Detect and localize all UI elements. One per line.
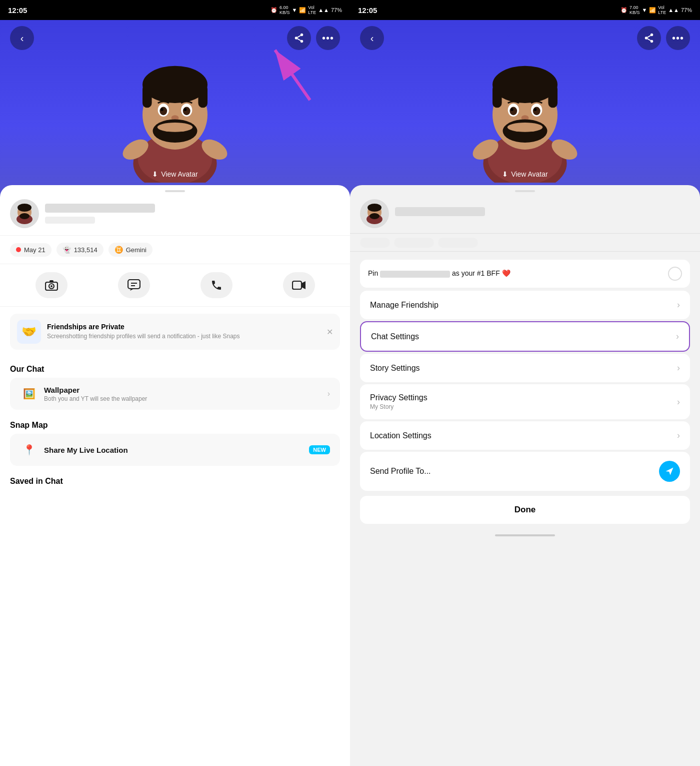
svg-point-16 [160,107,167,116]
svg-point-11 [142,66,208,103]
right-sheet-handle [515,190,535,192]
chat-settings-item[interactable]: Chat Settings › [360,321,690,352]
svg-point-0 [300,34,304,37]
left-action-btns [0,264,350,307]
pin-toggle[interactable] [668,267,682,281]
right-status-bar: 12:05 ⏰ 7.00KB/S ▼ 📶 VolLTE ▲▲ 77% [350,0,700,20]
svg-line-24 [275,50,310,100]
left-time: 12:05 [8,6,27,15]
profile-name-blurred [45,204,155,213]
svg-line-42 [648,36,650,38]
stat-date: May 21 [10,243,52,257]
right-profile-header-partial [350,199,700,234]
svg-point-18 [160,108,164,111]
svg-point-39 [645,37,648,40]
stat-zodiac: ♊ Gemini [108,243,152,257]
share-location-item[interactable]: 📍 Share My Live Location NEW [10,434,340,466]
right-profile-name-blurred [395,207,485,216]
right-phone-panel: 12:05 ⏰ 7.00KB/S ▼ 📶 VolLTE ▲▲ 77% ‹ ••• [350,0,700,766]
svg-point-62 [368,204,382,212]
left-profile-header [0,199,350,236]
wallpaper-item[interactable]: 🖼️ Wallpaper Both you and YT will see th… [10,378,340,410]
svg-point-31 [50,285,52,287]
right-badges-partial [350,234,700,252]
svg-line-41 [648,39,650,41]
pink-arrow-annotation [265,40,325,112]
svg-point-54 [510,107,517,116]
pin-name-blurred [380,271,450,278]
privacy-settings-item[interactable]: Privacy Settings My Story › [360,384,690,419]
pin-row: Pin as your #1 BFF ❤️ [360,260,690,288]
manage-friendship-arrow: › [677,300,680,310]
svg-point-57 [534,108,537,111]
wallpaper-arrow: › [328,389,330,398]
wallpaper-text: Wallpaper Both you and YT will see the w… [44,386,322,402]
svg-point-64 [370,213,380,219]
svg-rect-13 [198,85,208,108]
left-phone-panel: 12:05 ⏰ 6.00KB/S ▼ 📶 VolLTE ▲▲ 77% ‹ ••• [0,0,350,766]
svg-rect-51 [548,85,558,108]
friendship-banner: 🤝 Friendships are Private Screenshotting… [10,314,340,350]
svg-point-60 [508,123,543,132]
svg-point-55 [533,107,540,116]
snap-map-heading: Snap Map [0,413,350,434]
left-status-bar: 12:05 ⏰ 6.00KB/S ▼ 📶 VolLTE ▲▲ 77% [0,0,350,20]
left-stats-row: May 21 👻 133,514 ♊ Gemini [0,236,350,264]
home-indicator [350,528,700,543]
right-nav-right: ••• [637,26,690,50]
svg-rect-12 [142,85,152,108]
send-profile-item[interactable]: Send Profile To... [360,452,690,491]
right-back-button[interactable]: ‹ [360,26,384,50]
svg-rect-33 [128,280,140,289]
story-settings-arrow: › [677,363,680,373]
svg-point-40 [650,40,654,43]
send-profile-button[interactable] [659,461,680,482]
location-icon: 📍 [20,441,38,459]
banner-close-button[interactable]: ✕ [326,327,333,337]
left-profile-info [45,204,340,224]
svg-point-1 [295,37,298,40]
location-settings-item[interactable]: Location Settings › [360,421,690,450]
camera-button[interactable] [36,272,68,298]
video-button[interactable] [283,272,315,298]
share-location-text: Share My Live Location [44,446,303,454]
done-button[interactable]: Done [360,496,690,524]
svg-rect-32 [50,280,54,283]
svg-rect-50 [492,85,502,108]
right-share-button[interactable] [637,26,661,50]
svg-point-28 [20,213,30,219]
left-back-button[interactable]: ‹ [10,26,34,50]
right-status-icons: ⏰ 7.00KB/S ▼ 📶 VolLTE ▲▲ 77% [620,5,692,15]
chat-settings-arrow: › [676,331,679,342]
right-view-avatar[interactable]: ⬇ View Avatar [502,170,548,178]
left-view-avatar[interactable]: ⬇ View Avatar [152,170,198,178]
svg-point-56 [510,108,514,111]
stat-friends: 👻 133,514 [56,243,104,257]
friendship-icon: 🤝 [17,320,41,344]
story-settings-item[interactable]: Story Settings › [360,354,690,382]
privacy-settings-arrow: › [677,397,680,407]
right-bottom-sheet: Pin as your #1 BFF ❤️ Manage Friendship … [350,185,700,766]
svg-point-49 [492,66,558,103]
wallpaper-icon: 🖼️ [20,385,38,403]
ghost-icon: 👻 [62,246,71,254]
svg-line-4 [298,36,300,38]
our-chat-heading: Our Chat [0,357,350,378]
right-profile-avatar [360,199,389,228]
svg-marker-37 [302,281,306,289]
left-status-icons: ⏰ 6.00KB/S ▼ 📶 VolLTE ▲▲ 77% [270,5,342,15]
gemini-icon: ♊ [114,246,123,254]
svg-point-26 [18,204,32,212]
chat-button[interactable] [118,272,150,298]
svg-point-19 [184,108,187,111]
friendship-banner-text: Friendships are Private Screenshotting f… [47,323,320,341]
phone-button[interactable] [200,272,232,298]
right-more-button[interactable]: ••• [666,26,690,50]
profile-username-blurred [45,217,95,224]
new-badge: NEW [309,445,330,454]
svg-rect-36 [292,281,302,289]
manage-friendship-item[interactable]: Manage Friendship › [360,291,690,319]
right-time: 12:05 [358,6,377,15]
svg-point-22 [158,123,193,132]
red-dot [16,247,21,252]
